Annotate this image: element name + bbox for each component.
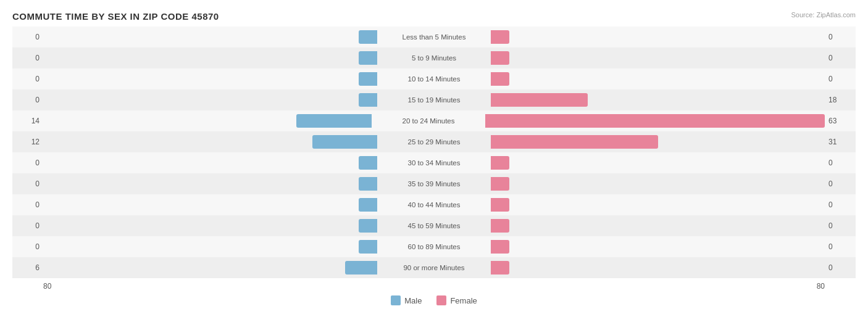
- female-value: 0: [825, 200, 856, 209]
- chart-title: COMMUTE TIME BY SEX IN ZIP CODE 45870: [12, 11, 856, 22]
- male-bar: [312, 135, 377, 149]
- female-bar: [485, 114, 825, 128]
- female-side: [490, 72, 825, 86]
- male-value: 0: [12, 75, 43, 83]
- female-bar: [491, 135, 658, 149]
- bar-section: 40 to 44 Minutes: [43, 194, 825, 215]
- male-bar: [359, 198, 377, 212]
- male-bar: [359, 51, 377, 65]
- male-bar: [359, 30, 377, 44]
- chart-row: 05 to 9 Minutes0: [12, 47, 856, 68]
- chart-row: 1420 to 24 Minutes63: [12, 110, 856, 131]
- bar-section: 45 to 59 Minutes: [43, 215, 825, 236]
- female-side: [490, 93, 825, 107]
- male-value: 0: [12, 242, 43, 251]
- female-value: 0: [825, 180, 856, 188]
- male-bar: [359, 156, 377, 170]
- male-value: 0: [12, 159, 43, 167]
- male-value: 0: [12, 33, 43, 41]
- female-bar: [491, 51, 509, 65]
- axis-right: 80: [817, 282, 825, 291]
- male-value: 0: [12, 54, 43, 62]
- row-label: 60 to 89 Minutes: [378, 243, 490, 250]
- row-label: 20 to 24 Minutes: [373, 117, 484, 125]
- bar-section: 60 to 89 Minutes: [43, 236, 825, 257]
- legend-female: Female: [436, 295, 477, 305]
- female-bar: [491, 93, 588, 107]
- male-legend-box: [391, 295, 401, 305]
- legend: Male Female: [12, 295, 856, 305]
- female-value: 0: [825, 159, 856, 167]
- female-bar: [491, 198, 509, 212]
- female-side: [490, 260, 825, 275]
- male-value: 12: [12, 138, 43, 146]
- bar-section: 90 or more Minutes: [43, 257, 825, 278]
- female-value: 63: [825, 117, 856, 125]
- female-side: [490, 155, 825, 170]
- male-value: 0: [12, 96, 43, 104]
- chart-row: 030 to 34 Minutes0: [12, 152, 856, 173]
- female-value: 0: [825, 242, 856, 251]
- bar-section: 35 to 39 Minutes: [43, 173, 825, 194]
- male-side: [43, 176, 378, 191]
- female-side: [490, 218, 825, 233]
- male-value: 6: [12, 263, 43, 272]
- bar-section: 5 to 9 Minutes: [43, 47, 825, 68]
- female-side: [490, 51, 825, 65]
- chart-row: 045 to 59 Minutes0: [12, 215, 856, 236]
- female-bar: [491, 261, 509, 275]
- chart-row: 690 or more Minutes0: [12, 257, 856, 278]
- female-bar: [491, 219, 509, 233]
- male-side: [43, 30, 378, 44]
- male-bar: [359, 93, 377, 107]
- female-value: 0: [825, 221, 856, 230]
- female-side: [490, 197, 825, 212]
- male-bar: [359, 240, 377, 254]
- bars-wrapper: 20 to 24 Minutes: [43, 114, 825, 128]
- female-side: [484, 114, 825, 128]
- male-bar: [359, 219, 377, 233]
- male-legend-label: Male: [404, 296, 422, 305]
- chart-area: 0Less than 5 Minutes005 to 9 Minutes0010…: [12, 27, 856, 278]
- row-label: 5 to 9 Minutes: [378, 54, 490, 62]
- chart-row: 010 to 14 Minutes0: [12, 68, 856, 89]
- female-side: [490, 30, 825, 44]
- male-side: [43, 155, 378, 170]
- male-bar: [345, 261, 377, 275]
- chart-container: COMMUTE TIME BY SEX IN ZIP CODE 45870 So…: [0, 0, 868, 322]
- legend-male: Male: [391, 295, 422, 305]
- male-side: [43, 114, 373, 128]
- row-label: 45 to 59 Minutes: [378, 222, 490, 229]
- bars-wrapper: 45 to 59 Minutes: [43, 218, 825, 233]
- row-label: 40 to 44 Minutes: [378, 201, 490, 208]
- row-label: 25 to 29 Minutes: [378, 138, 490, 146]
- chart-row: 015 to 19 Minutes18: [12, 89, 856, 110]
- male-bar: [359, 72, 377, 86]
- male-bar: [296, 114, 372, 128]
- female-value: 18: [825, 96, 856, 104]
- female-legend-box: [436, 295, 446, 305]
- axis-left: 80: [43, 282, 51, 291]
- bars-wrapper: 10 to 14 Minutes: [43, 72, 825, 86]
- female-legend-label: Female: [450, 296, 477, 305]
- bars-wrapper: Less than 5 Minutes: [43, 30, 825, 44]
- bar-section: 15 to 19 Minutes: [43, 89, 825, 110]
- chart-row: 1225 to 29 Minutes31: [12, 131, 856, 152]
- male-side: [43, 93, 378, 107]
- male-bar: [359, 177, 377, 191]
- bar-section: 10 to 14 Minutes: [43, 68, 825, 89]
- male-side: [43, 51, 378, 65]
- female-bar: [491, 72, 509, 86]
- male-value: 0: [12, 180, 43, 188]
- male-value: 0: [12, 221, 43, 230]
- bar-section: Less than 5 Minutes: [43, 27, 825, 47]
- male-value: 14: [12, 117, 43, 125]
- row-label: 30 to 34 Minutes: [378, 159, 490, 167]
- bar-section: 30 to 34 Minutes: [43, 152, 825, 173]
- male-side: [43, 260, 378, 275]
- male-side: [43, 134, 378, 149]
- bars-wrapper: 60 to 89 Minutes: [43, 239, 825, 254]
- bar-section: 25 to 29 Minutes: [43, 131, 825, 152]
- chart-row: 040 to 44 Minutes0: [12, 194, 856, 215]
- bar-section: 20 to 24 Minutes: [43, 110, 825, 131]
